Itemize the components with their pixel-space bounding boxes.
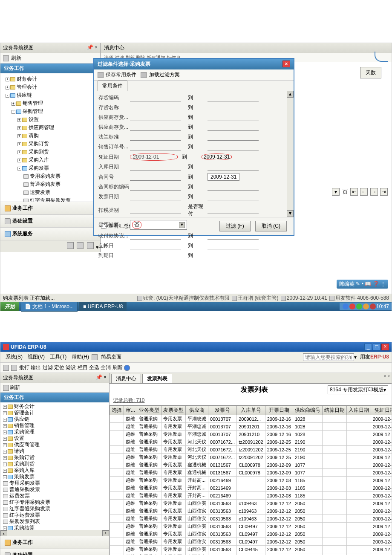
input-contract-to[interactable]: 2009-12-31 (208, 173, 239, 181)
table-row[interactable]: 赵维普通采购专用发票河北天仪00071672...tz200912022009-… (110, 446, 392, 454)
page-next-icon[interactable]: → (370, 188, 378, 196)
tree-po-invoice[interactable]: -采购发票 (2, 164, 98, 172)
expand-icon[interactable]: + (6, 86, 9, 90)
nav-pin-close[interactable]: 📌 × (87, 44, 98, 52)
tree-supply[interactable]: -供应链 (2, 91, 98, 99)
table-row[interactable]: 赵维普通采购专用发票开封高...002164692009-12-03118520… (110, 477, 392, 484)
tray-icon[interactable] (343, 304, 349, 309)
input-tax-type[interactable] (130, 207, 181, 214)
page-dropdown-icon[interactable]: ▾ (332, 188, 340, 196)
tree2-hscroll[interactable]: ‹› (0, 530, 109, 536)
grid-header[interactable]: 选择 (110, 406, 124, 415)
input-flange-to[interactable] (208, 133, 259, 141)
dialog-scrollbar[interactable]: ▴ ▾ (287, 91, 294, 217)
tree-item[interactable]: 红字运费发票 (1, 512, 108, 518)
minimize-icon[interactable]: _ (364, 344, 372, 350)
tree-item[interactable]: 运费发票 (1, 493, 108, 499)
tree-management[interactable]: +管理会计 (2, 83, 98, 91)
maximize-icon[interactable]: □ (373, 344, 380, 350)
page-prev-icon[interactable]: ← (360, 188, 368, 196)
ime-bar[interactable]: 陈编英 ✎ • 📖 ❓ ⋮ (337, 280, 388, 289)
tb-icon[interactable] (3, 365, 9, 371)
start-button[interactable]: 开始 (0, 302, 19, 311)
input-supplier-inv1-from[interactable] (130, 114, 181, 121)
nav2-btn-biz[interactable]: 业务工作 (0, 536, 109, 549)
grid-header[interactable]: 审... (124, 406, 137, 415)
input-contract-item-to[interactable] (208, 183, 259, 191)
input-stockin-date-from[interactable] (130, 163, 181, 171)
table-row[interactable]: 赵维普通采购专用发票河北天仪00071672...tz200912022009-… (110, 438, 392, 446)
grid-header[interactable]: 发票类型 (161, 406, 186, 415)
tree-purchase[interactable]: -采购管理 (2, 107, 98, 116)
input-voucher-date-from[interactable] (132, 153, 173, 160)
table-row[interactable]: 赵维普通采购专用发票山西信实00310563CL094452009-12-122… (110, 546, 392, 553)
search-input[interactable] (303, 353, 354, 361)
table-row[interactable]: 赵维普通采购专用发票开封高...002164692009-12-03118520… (110, 484, 392, 492)
input-payment-to[interactable] (208, 232, 259, 240)
grid-header[interactable]: 开票日期 (265, 406, 293, 415)
tree-item[interactable]: +采购入库 (1, 467, 108, 474)
menu-tools[interactable]: 工具(T) (47, 353, 69, 361)
input-stockin-date-to[interactable] (208, 163, 259, 171)
grid-header[interactable]: 凭证日期 (371, 406, 392, 415)
tree-item[interactable]: +请购 (1, 448, 108, 454)
input-due-to[interactable] (208, 252, 259, 259)
home-icon[interactable] (92, 354, 98, 360)
input-supplier-inv1-to[interactable] (208, 114, 259, 121)
input-supplier-inv2-from[interactable] (130, 124, 181, 131)
input-cash-pay[interactable] (208, 207, 259, 214)
table-row[interactable]: 赵维普通采购专用发票开封高...002164692009-12-03118520… (110, 492, 392, 500)
nav2-pin[interactable]: 📌 × (96, 374, 107, 382)
grid-header[interactable]: 供应商 (186, 406, 208, 415)
tree-item[interactable]: 普通采购发票 (1, 486, 108, 493)
table-row[interactable]: 赵维普通采购专用发票平湖忠诚00013707209012012009-12-16… (110, 423, 392, 431)
table-row[interactable]: 赵维普通采购专用发票山西信实00310563c1094632009-12-122… (110, 507, 392, 515)
tree-item[interactable]: +销售管理 (1, 422, 108, 429)
days-button[interactable]: 天数 (360, 67, 381, 78)
help-icon[interactable] (124, 365, 130, 371)
tree-freight-invoice[interactable]: 运费发票 (2, 188, 98, 197)
chevron-down-icon[interactable]: ▾ (383, 387, 386, 393)
tool-icon[interactable] (77, 242, 84, 249)
task-word[interactable]: 📄 文档 1 - Microso... (21, 302, 78, 312)
collapse-icon[interactable]: - (12, 110, 15, 114)
nav-btn-biz[interactable]: 业务工作 (0, 202, 100, 214)
table-row[interactable]: 赵维普通采购专用发票山西信实00310563c1094632009-12-122… (110, 515, 392, 523)
input-due-from[interactable] (130, 252, 181, 259)
tree-item[interactable]: +供应商管理 (1, 442, 108, 448)
input-payment-from[interactable] (130, 232, 181, 240)
grid-header[interactable]: 入库日期 (346, 406, 371, 415)
tree-item[interactable]: 红字普通采购发票 (1, 506, 108, 512)
tool-icon[interactable] (67, 242, 74, 249)
refresh-icon[interactable] (3, 55, 9, 61)
tree-po-order[interactable]: +采购订货 (2, 140, 98, 148)
load-scheme[interactable]: 加载过滤方案 (149, 72, 180, 78)
page-first-icon[interactable]: ⇤ (350, 188, 358, 196)
table-row[interactable]: 赵维普通采购专用发票山西信实00310563c1094632009-12-122… (110, 553, 392, 555)
invoice-grid[interactable]: 选择审...业务类型发票类型供应商发票号入库单号开票日期供应商编号结算日期入库日… (110, 405, 392, 555)
input-supplier-inv2-to[interactable] (208, 124, 259, 131)
nav2-btn-settings[interactable]: 基础设置 (0, 549, 109, 555)
tree-general-invoice[interactable]: 普通采购发票 (2, 180, 98, 188)
expand-icon[interactable]: + (17, 142, 21, 146)
table-row[interactable]: 赵维普通采购专用发票鑫通机械00131567CL0009782009-12-09… (110, 461, 392, 469)
save-icon[interactable] (98, 72, 104, 78)
input-flange-from[interactable] (130, 133, 181, 141)
input-sales-order-to[interactable] (208, 143, 259, 150)
system-tray[interactable]: 10:47 (340, 303, 392, 310)
tray-icon[interactable] (356, 304, 362, 309)
tree-item[interactable]: -采购发票 (1, 474, 108, 480)
nav-btn-settings[interactable]: 基础设置 (0, 214, 100, 227)
tree-requisition[interactable]: +请购 (2, 132, 98, 140)
table-row[interactable]: 赵维普通采购专用发票平湖忠诚000137072009012...2009-12-… (110, 415, 392, 423)
main-toolbar[interactable]: 批打 输出 过滤 定位 滤设 栏目 全选 全消 刷新 (0, 363, 392, 373)
tree-item[interactable]: +采购到货 (1, 461, 108, 467)
tree-special-invoice[interactable]: 专用采购发票 (2, 172, 98, 180)
grid-header[interactable]: 发票号 (208, 406, 237, 415)
scroll-right-icon[interactable]: › (102, 530, 109, 536)
tab-common[interactable]: 常用条件 (98, 81, 127, 91)
dialog-close-icon[interactable]: × (282, 61, 290, 67)
tab-invoice-list[interactable]: 发票列表 (142, 374, 172, 383)
scroll-up-icon[interactable]: ▴ (287, 91, 294, 98)
expand-icon[interactable]: + (17, 159, 21, 162)
